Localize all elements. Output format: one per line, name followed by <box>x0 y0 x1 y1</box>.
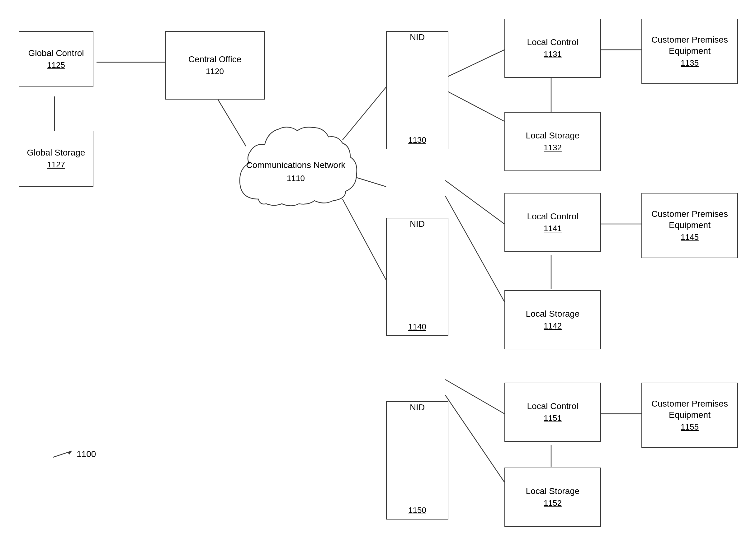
diagram: Global Control 1125 Global Storage 1127 … <box>0 0 756 550</box>
local-storage3-ref: 1152 <box>544 498 562 509</box>
local-control1-label: Local Control <box>527 37 579 48</box>
local-storage2-label: Local Storage <box>526 308 580 319</box>
local-storage3-label: Local Storage <box>526 486 580 497</box>
local-control3-box: Local Control 1151 <box>504 383 601 442</box>
nid2-box: NID 1140 <box>386 218 448 336</box>
nid3-box: NID 1150 <box>386 401 448 519</box>
nid1-box: NID 1130 <box>386 31 448 149</box>
local-storage1-ref: 1132 <box>544 143 562 153</box>
nid3-ref: 1150 <box>408 505 426 516</box>
svg-line-9 <box>445 181 504 224</box>
comm-network-ref: 1110 <box>246 174 346 183</box>
comm-network-text: Communications Network 1110 <box>246 159 346 183</box>
cpe3-box: Customer Premises Equipment 1155 <box>641 383 738 448</box>
svg-line-10 <box>445 196 504 302</box>
local-storage2-ref: 1142 <box>544 321 562 331</box>
cpe1-ref: 1135 <box>681 58 699 68</box>
nid3-label: NID <box>410 402 425 413</box>
local-control2-box: Local Control 1141 <box>504 193 601 252</box>
nid1-ref: 1130 <box>408 135 426 146</box>
comm-network-cloud: Communications Network 1110 <box>230 112 361 224</box>
local-control3-ref: 1151 <box>544 413 562 424</box>
nid2-ref: 1140 <box>408 322 426 332</box>
local-storage3-box: Local Storage 1152 <box>504 468 601 527</box>
nid2-label: NID <box>410 219 425 230</box>
nid1-label: NID <box>410 32 425 43</box>
cpe2-box: Customer Premises Equipment 1145 <box>641 193 738 258</box>
global-control-label: Global Control <box>28 48 84 59</box>
local-control1-box: Local Control 1131 <box>504 19 601 78</box>
svg-line-6 <box>445 50 504 78</box>
global-storage-ref: 1127 <box>47 160 65 170</box>
cpe3-ref: 1155 <box>681 422 699 432</box>
cpe3-label: Customer Premises Equipment <box>642 398 737 421</box>
diagram-ref-label: 1100 <box>50 448 96 460</box>
central-office-label: Central Office <box>188 54 242 65</box>
svg-line-12 <box>445 379 504 414</box>
svg-line-7 <box>445 90 504 121</box>
cpe2-label: Customer Premises Equipment <box>642 209 737 231</box>
global-storage-label: Global Storage <box>27 147 85 158</box>
central-office-ref: 1120 <box>206 66 224 77</box>
local-storage1-box: Local Storage 1132 <box>504 112 601 171</box>
local-control2-ref: 1141 <box>544 223 562 234</box>
central-office-box: Central Office 1120 <box>165 31 265 100</box>
svg-line-13 <box>445 395 504 482</box>
arrow-icon <box>50 448 75 460</box>
local-control2-label: Local Control <box>527 211 579 222</box>
global-control-ref: 1125 <box>47 60 65 71</box>
local-storage2-box: Local Storage 1142 <box>504 290 601 349</box>
cpe1-box: Customer Premises Equipment 1135 <box>641 19 738 84</box>
comm-network-label: Communications Network <box>246 159 346 171</box>
local-control3-label: Local Control <box>527 401 579 412</box>
global-storage-box: Global Storage 1127 <box>19 131 93 187</box>
local-storage1-label: Local Storage <box>526 130 580 141</box>
diagram-ref-number: 1100 <box>77 449 96 459</box>
cpe2-ref: 1145 <box>681 232 699 243</box>
cpe1-label: Customer Premises Equipment <box>642 34 737 57</box>
local-control1-ref: 1131 <box>544 49 562 60</box>
global-control-box: Global Control 1125 <box>19 31 93 87</box>
